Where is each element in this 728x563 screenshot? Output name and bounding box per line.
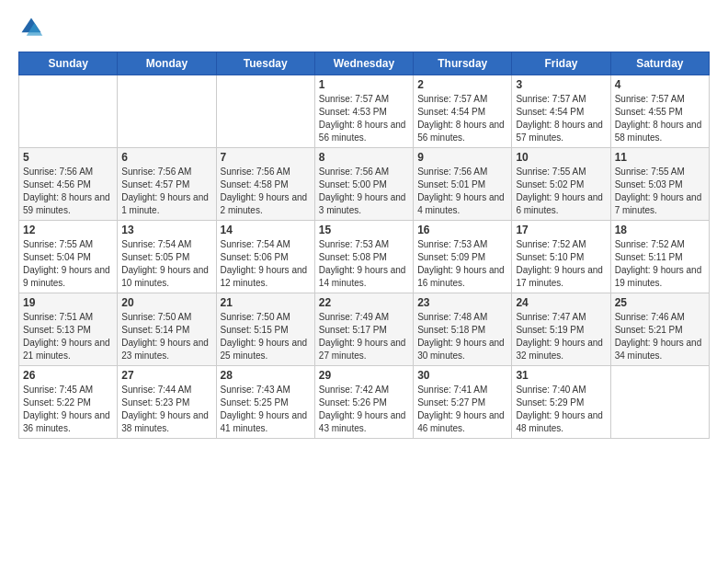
cell-details: Sunrise: 7:55 AMSunset: 5:03 PMDaylight:… [615,166,705,217]
day-number: 27 [121,369,211,382]
day-number: 17 [516,224,606,236]
calendar: SundayMondayTuesdayWednesdayThursdayFrid… [18,52,710,439]
cell-details: Sunrise: 7:46 AMSunset: 5:21 PMDaylight:… [615,311,705,362]
calendar-cell: 13Sunrise: 7:54 AMSunset: 5:05 PMDayligh… [118,221,216,293]
calendar-cell: 8Sunrise: 7:56 AMSunset: 5:00 PMDaylight… [314,148,413,221]
cell-details: Sunrise: 7:42 AMSunset: 5:26 PMDaylight:… [319,384,409,435]
calendar-cell: 4Sunrise: 7:57 AMSunset: 4:55 PMDaylight… [610,75,709,148]
cell-details: Sunrise: 7:54 AMSunset: 5:05 PMDaylight:… [121,238,211,290]
day-number: 29 [319,369,409,382]
cell-details: Sunrise: 7:40 AMSunset: 5:29 PMDaylight:… [516,384,606,435]
calendar-cell [19,75,118,148]
day-number: 16 [417,224,507,236]
weekday-header-thursday: Thursday [414,52,512,75]
cell-details: Sunrise: 7:56 AMSunset: 4:58 PMDaylight:… [221,166,311,217]
calendar-cell: 15Sunrise: 7:53 AMSunset: 5:08 PMDayligh… [314,221,413,293]
calendar-cell: 20Sunrise: 7:50 AMSunset: 5:14 PMDayligh… [118,293,216,366]
day-number: 6 [121,151,211,164]
calendar-cell: 1Sunrise: 7:57 AMSunset: 4:53 PMDaylight… [314,75,413,148]
calendar-cell: 5Sunrise: 7:56 AMSunset: 4:56 PMDaylight… [19,148,118,221]
day-number: 8 [319,151,409,164]
day-number: 28 [221,369,311,382]
weekday-header-wednesday: Wednesday [314,52,413,75]
cell-details: Sunrise: 7:43 AMSunset: 5:25 PMDaylight:… [221,384,311,435]
weekday-header-row: SundayMondayTuesdayWednesdayThursdayFrid… [19,52,710,75]
day-number: 25 [615,296,705,309]
cell-details: Sunrise: 7:50 AMSunset: 5:14 PMDaylight:… [121,311,211,362]
calendar-week-3: 19Sunrise: 7:51 AMSunset: 5:13 PMDayligh… [19,293,710,366]
day-number: 9 [417,151,507,164]
calendar-week-1: 5Sunrise: 7:56 AMSunset: 4:56 PMDaylight… [19,148,710,221]
weekday-header-tuesday: Tuesday [216,52,314,75]
cell-details: Sunrise: 7:55 AMSunset: 5:04 PMDaylight:… [23,238,113,290]
day-number: 30 [417,369,507,382]
calendar-cell: 16Sunrise: 7:53 AMSunset: 5:09 PMDayligh… [414,221,512,293]
calendar-cell: 28Sunrise: 7:43 AMSunset: 5:25 PMDayligh… [216,366,314,439]
calendar-cell: 3Sunrise: 7:57 AMSunset: 4:54 PMDaylight… [512,75,610,148]
calendar-cell [118,75,216,148]
cell-details: Sunrise: 7:57 AMSunset: 4:55 PMDaylight:… [615,93,705,144]
weekday-header-sunday: Sunday [19,52,118,75]
calendar-cell: 19Sunrise: 7:51 AMSunset: 5:13 PMDayligh… [19,293,118,366]
calendar-cell: 7Sunrise: 7:56 AMSunset: 4:58 PMDaylight… [216,148,314,221]
day-number: 2 [417,78,507,91]
cell-details: Sunrise: 7:53 AMSunset: 5:08 PMDaylight:… [319,238,409,290]
weekday-header-friday: Friday [512,52,610,75]
cell-details: Sunrise: 7:45 AMSunset: 5:22 PMDaylight:… [23,384,113,435]
day-number: 22 [319,296,409,309]
calendar-week-4: 26Sunrise: 7:45 AMSunset: 5:22 PMDayligh… [19,366,710,439]
cell-details: Sunrise: 7:41 AMSunset: 5:27 PMDaylight:… [417,384,507,435]
day-number: 21 [221,296,311,309]
day-number: 5 [23,151,113,164]
calendar-cell: 10Sunrise: 7:55 AMSunset: 5:02 PMDayligh… [512,148,610,221]
calendar-cell: 14Sunrise: 7:54 AMSunset: 5:06 PMDayligh… [216,221,314,293]
day-number: 14 [221,224,311,236]
cell-details: Sunrise: 7:56 AMSunset: 5:01 PMDaylight:… [417,166,507,217]
day-number: 20 [121,296,211,309]
day-number: 4 [615,78,705,91]
calendar-week-2: 12Sunrise: 7:55 AMSunset: 5:04 PMDayligh… [19,221,710,293]
day-number: 26 [23,369,113,382]
cell-details: Sunrise: 7:47 AMSunset: 5:19 PMDaylight:… [516,311,606,362]
weekday-header-saturday: Saturday [610,52,709,75]
day-number: 24 [516,296,606,309]
cell-details: Sunrise: 7:44 AMSunset: 5:23 PMDaylight:… [121,384,211,435]
cell-details: Sunrise: 7:56 AMSunset: 4:57 PMDaylight:… [121,166,211,217]
calendar-cell: 25Sunrise: 7:46 AMSunset: 5:21 PMDayligh… [610,293,709,366]
day-number: 11 [615,151,705,164]
logo [18,15,48,40]
calendar-cell: 18Sunrise: 7:52 AMSunset: 5:11 PMDayligh… [610,221,709,293]
calendar-week-0: 1Sunrise: 7:57 AMSunset: 4:53 PMDaylight… [19,75,710,148]
day-number: 15 [319,224,409,236]
calendar-cell [216,75,314,148]
calendar-cell [610,366,709,439]
cell-details: Sunrise: 7:55 AMSunset: 5:02 PMDaylight:… [516,166,606,217]
calendar-cell: 27Sunrise: 7:44 AMSunset: 5:23 PMDayligh… [118,366,216,439]
cell-details: Sunrise: 7:52 AMSunset: 5:10 PMDaylight:… [516,238,606,290]
calendar-cell: 31Sunrise: 7:40 AMSunset: 5:29 PMDayligh… [512,366,610,439]
weekday-header-monday: Monday [118,52,216,75]
day-number: 12 [23,224,113,236]
cell-details: Sunrise: 7:57 AMSunset: 4:53 PMDaylight:… [319,93,409,144]
calendar-cell: 12Sunrise: 7:55 AMSunset: 5:04 PMDayligh… [19,221,118,293]
day-number: 31 [516,369,606,382]
calendar-cell: 11Sunrise: 7:55 AMSunset: 5:03 PMDayligh… [610,148,709,221]
calendar-cell: 23Sunrise: 7:48 AMSunset: 5:18 PMDayligh… [414,293,512,366]
day-number: 18 [615,224,705,236]
calendar-cell: 30Sunrise: 7:41 AMSunset: 5:27 PMDayligh… [414,366,512,439]
cell-details: Sunrise: 7:56 AMSunset: 4:56 PMDaylight:… [23,166,113,217]
cell-details: Sunrise: 7:48 AMSunset: 5:18 PMDaylight:… [417,311,507,362]
day-number: 1 [319,78,409,91]
header [18,15,710,40]
calendar-cell: 26Sunrise: 7:45 AMSunset: 5:22 PMDayligh… [19,366,118,439]
calendar-cell: 9Sunrise: 7:56 AMSunset: 5:01 PMDaylight… [414,148,512,221]
day-number: 7 [221,151,311,164]
calendar-cell: 24Sunrise: 7:47 AMSunset: 5:19 PMDayligh… [512,293,610,366]
cell-details: Sunrise: 7:53 AMSunset: 5:09 PMDaylight:… [417,238,507,290]
calendar-cell: 6Sunrise: 7:56 AMSunset: 4:57 PMDaylight… [118,148,216,221]
calendar-cell: 21Sunrise: 7:50 AMSunset: 5:15 PMDayligh… [216,293,314,366]
cell-details: Sunrise: 7:49 AMSunset: 5:17 PMDaylight:… [319,311,409,362]
day-number: 10 [516,151,606,164]
calendar-cell: 2Sunrise: 7:57 AMSunset: 4:54 PMDaylight… [414,75,512,148]
cell-details: Sunrise: 7:54 AMSunset: 5:06 PMDaylight:… [221,238,311,290]
